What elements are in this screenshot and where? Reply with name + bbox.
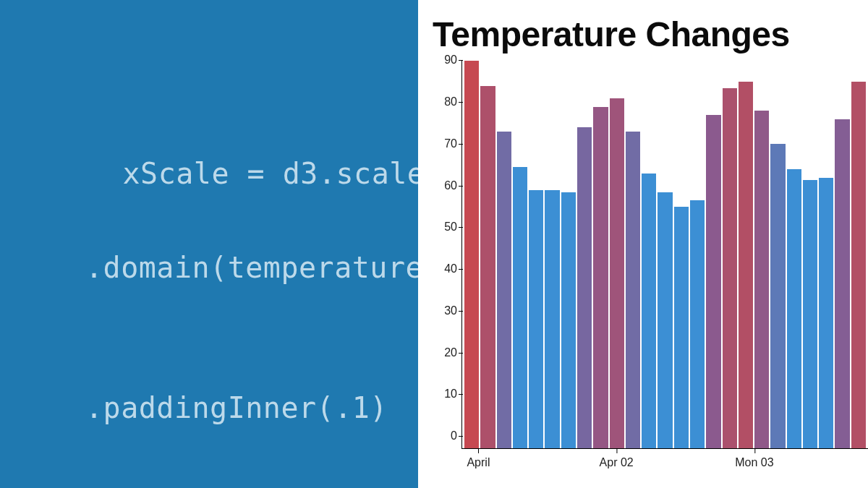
bar [658, 192, 672, 449]
bar [545, 190, 559, 449]
y-tick: 70 [425, 137, 457, 150]
code-block-1: xScale = d3.scaleBand() .domain(temperat… [16, 104, 418, 488]
code-panel: xScale = d3.scaleBand() .domain(temperat… [0, 0, 418, 488]
x-tick: April [467, 456, 490, 469]
bar [819, 178, 833, 449]
y-tick: 50 [425, 221, 457, 234]
y-tick: 90 [425, 53, 457, 67]
bar [787, 169, 801, 449]
bar [513, 167, 527, 449]
y-tick: 40 [425, 262, 457, 275]
y-tick: 60 [425, 179, 457, 192]
y-tick: 10 [425, 388, 457, 401]
bar [593, 107, 608, 449]
bar [851, 82, 866, 449]
split-layout: xScale = d3.scaleBand() .domain(temperat… [0, 0, 868, 488]
y-tick: 20 [425, 346, 457, 359]
bar [529, 190, 543, 449]
bar [754, 111, 769, 449]
chart-plot: 0102030405060708090 AprilApr 02Mon 03 [425, 61, 868, 478]
bar [497, 132, 511, 449]
bar [739, 82, 753, 449]
plot-area [462, 61, 868, 449]
bar [561, 192, 576, 449]
y-tick: 0 [425, 429, 457, 442]
code-line: .paddingInner(.1) [16, 385, 418, 432]
y-axis: 0102030405060708090 [425, 61, 461, 449]
bar [835, 119, 849, 449]
bar [706, 115, 720, 449]
x-axis: AprilApr 02Mon 03 [462, 449, 868, 478]
code-line: .domain(temperatures) [16, 244, 418, 291]
bar [642, 174, 656, 449]
bar [464, 61, 479, 449]
code-line: xScale = d3.scaleBand() [123, 157, 419, 190]
bar [723, 88, 737, 449]
bar [770, 144, 785, 449]
y-tick: 80 [425, 95, 457, 108]
bar [690, 200, 705, 449]
x-tick: Mon 03 [735, 456, 773, 469]
bar [626, 132, 640, 449]
bar [480, 86, 495, 449]
bar [610, 98, 624, 449]
bar [803, 180, 817, 449]
chart-panel: Temperature Changes 0102030405060708090 … [418, 0, 868, 488]
y-tick: 30 [425, 304, 457, 317]
bar [577, 127, 592, 449]
bar [674, 207, 689, 449]
x-tick: Apr 02 [600, 456, 634, 469]
chart-title: Temperature Changes [433, 14, 868, 54]
